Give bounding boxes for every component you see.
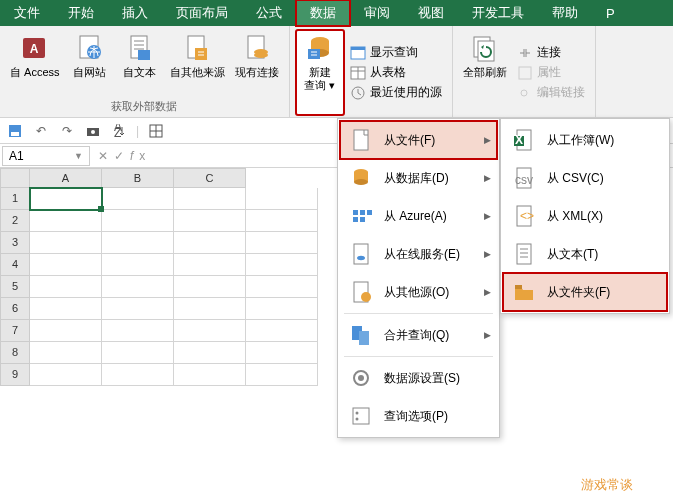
cell[interactable] (246, 188, 318, 210)
menu-item[interactable]: 从 Azure(A)▶ (340, 197, 497, 235)
row-header[interactable]: 7 (0, 320, 30, 342)
from-text-button[interactable]: 自文本 (116, 30, 164, 98)
menu-item-label: 从文件夹(F) (547, 284, 610, 301)
cell[interactable] (174, 276, 246, 298)
menu-item[interactable]: 从文件夹(F) (503, 273, 667, 311)
cell[interactable] (246, 276, 318, 298)
borders-icon[interactable] (147, 122, 165, 140)
menu-item[interactable]: csv从 CSV(C) (503, 159, 667, 197)
menu-item[interactable]: 合并查询(Q)▶ (340, 316, 497, 354)
cell[interactable] (174, 254, 246, 276)
cell[interactable] (174, 232, 246, 254)
save-icon[interactable] (6, 122, 24, 140)
cell[interactable] (102, 254, 174, 276)
select-all-corner[interactable] (0, 168, 30, 188)
cell[interactable] (30, 232, 102, 254)
cell[interactable] (30, 364, 102, 386)
cell[interactable] (174, 298, 246, 320)
cell[interactable] (30, 298, 102, 320)
tab-数据[interactable]: 数据 (296, 0, 350, 26)
cell[interactable] (174, 320, 246, 342)
tab-审阅[interactable]: 审阅 (350, 0, 404, 26)
row-header[interactable]: 1 (0, 188, 30, 210)
chevron-right-icon: ▶ (484, 135, 491, 145)
row-header[interactable]: 6 (0, 298, 30, 320)
camera-icon[interactable] (84, 122, 102, 140)
cell[interactable] (102, 232, 174, 254)
cell[interactable] (30, 320, 102, 342)
chevron-right-icon: ▶ (484, 249, 491, 259)
cell[interactable] (102, 210, 174, 232)
existing-conn-button[interactable]: 现有连接 (231, 30, 283, 98)
tab-P[interactable]: P (592, 0, 629, 26)
cell[interactable] (174, 188, 246, 210)
tab-页面布局[interactable]: 页面布局 (162, 0, 242, 26)
cell[interactable] (246, 232, 318, 254)
redo-icon[interactable]: ↷ (58, 122, 76, 140)
cell[interactable] (102, 188, 174, 210)
cell[interactable] (174, 210, 246, 232)
tab-文件[interactable]: 文件 (0, 0, 54, 26)
cell[interactable] (246, 298, 318, 320)
from-other-button[interactable]: 自其他来源 (166, 30, 229, 98)
cell[interactable] (30, 210, 102, 232)
cell[interactable] (174, 342, 246, 364)
cell[interactable] (30, 188, 102, 210)
cell[interactable] (102, 298, 174, 320)
cell[interactable] (30, 254, 102, 276)
tab-帮助[interactable]: 帮助 (538, 0, 592, 26)
cell[interactable] (246, 342, 318, 364)
cell[interactable] (102, 364, 174, 386)
menu-item[interactable]: 数据源设置(S) (340, 359, 497, 397)
menu-item[interactable]: 从文本(T) (503, 235, 667, 273)
from-web-button[interactable]: 自网站 (66, 30, 114, 98)
tab-视图[interactable]: 视图 (404, 0, 458, 26)
row-header[interactable]: 3 (0, 232, 30, 254)
new-query-menu: 从文件(F)▶从数据库(D)▶从 Azure(A)▶从在线服务(E)▶从其他源(… (337, 118, 500, 438)
menu-item-label: 查询选项(P) (384, 408, 448, 425)
cell[interactable] (30, 342, 102, 364)
menu-item-label: 从其他源(O) (384, 284, 449, 301)
col-header[interactable]: B (102, 168, 174, 188)
row-header[interactable]: 8 (0, 342, 30, 364)
tab-开发工具[interactable]: 开发工具 (458, 0, 538, 26)
col-header[interactable]: C (174, 168, 246, 188)
cell[interactable] (246, 320, 318, 342)
show-queries-button[interactable]: 显示查询 (346, 43, 446, 62)
svg-rect-40 (354, 130, 368, 150)
menu-item[interactable]: 查询选项(P) (340, 397, 497, 435)
refresh-all-button[interactable]: 全部刷新 (459, 30, 511, 115)
new-query-button[interactable]: 新建查询 ▾ (296, 30, 344, 115)
recent-sources-button[interactable]: 最近使用的源 (346, 83, 446, 102)
from-table-button[interactable]: 从表格 (346, 63, 446, 82)
col-header[interactable]: A (30, 168, 102, 188)
tab-插入[interactable]: 插入 (108, 0, 162, 26)
cell[interactable] (30, 276, 102, 298)
menu-item[interactable]: X从工作簿(W) (503, 121, 667, 159)
name-box[interactable]: A1▼ (2, 146, 90, 166)
row-header[interactable]: 2 (0, 210, 30, 232)
cell[interactable] (246, 254, 318, 276)
row-header[interactable]: 9 (0, 364, 30, 386)
cell[interactable] (102, 276, 174, 298)
connections-button[interactable]: 连接 (513, 43, 589, 62)
undo-icon[interactable]: ↶ (32, 122, 50, 140)
menu-item[interactable]: <>从 XML(X) (503, 197, 667, 235)
row-header[interactable]: 5 (0, 276, 30, 298)
cell[interactable] (102, 342, 174, 364)
menu-item[interactable]: 从其他源(O)▶ (340, 273, 497, 311)
row-header[interactable]: 4 (0, 254, 30, 276)
menu-item[interactable]: 从文件(F)▶ (340, 121, 497, 159)
sort-icon[interactable]: AZ (110, 122, 128, 140)
tab-公式[interactable]: 公式 (242, 0, 296, 26)
svg-rect-53 (359, 331, 369, 345)
cell[interactable] (246, 364, 318, 386)
tab-开始[interactable]: 开始 (54, 0, 108, 26)
cell[interactable] (102, 320, 174, 342)
svg-rect-70 (515, 285, 522, 289)
menu-item[interactable]: 从在线服务(E)▶ (340, 235, 497, 273)
menu-item[interactable]: 从数据库(D)▶ (340, 159, 497, 197)
cell[interactable] (174, 364, 246, 386)
from-access-button[interactable]: A自 Access (6, 30, 64, 98)
cell[interactable] (246, 210, 318, 232)
